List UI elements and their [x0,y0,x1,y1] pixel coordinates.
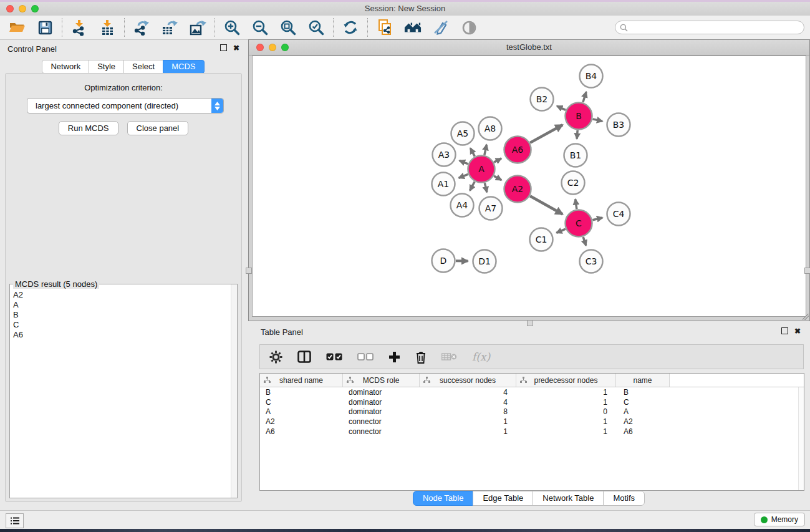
table-row[interactable]: Cdominator41C [260,397,804,407]
mcds-result-item[interactable]: A2 [10,289,231,299]
edge-C-C1[interactable] [556,229,566,233]
homes-icon[interactable] [404,19,422,36]
column-header-shared-name[interactable]: shared name [260,374,343,387]
float-table-panel-icon[interactable] [781,327,788,334]
column-header-name[interactable]: name [616,374,670,387]
edge-B-B1[interactable] [577,130,577,139]
edge-B-B3[interactable] [592,119,602,121]
node-label-B4: B4 [586,71,597,81]
edge-C-C4[interactable] [592,218,602,220]
select-all-icon[interactable] [326,353,342,361]
table-scrollbar[interactable] [798,387,804,490]
import-network-icon[interactable] [70,19,88,36]
panel-list-button[interactable] [6,513,24,528]
table-toolbar: f(x) [259,344,804,369]
search-box[interactable] [615,21,804,34]
run-mcds-button[interactable]: Run MCDS [59,121,118,135]
memory-status-icon [761,516,768,523]
table-cell: C [616,398,670,407]
mcds-result-item[interactable]: C [10,320,231,330]
close-panel-button[interactable]: Close panel [127,121,189,135]
clone-network-icon[interactable] [376,19,393,36]
save-session-icon[interactable] [36,19,54,36]
mcds-result-item[interactable]: A [10,299,231,309]
delete-table-icon[interactable] [441,352,457,361]
edge-A6-B[interactable] [530,125,562,143]
network-close-button[interactable] [256,44,264,51]
status-bar: Memory [0,510,810,529]
close-window-button[interactable] [6,5,14,12]
maximize-window-button[interactable] [31,5,39,12]
edge-A-A7[interactable] [485,183,487,192]
column-header-successor-nodes[interactable]: successor nodes [420,374,516,387]
close-table-panel-icon[interactable]: ✖ [794,328,801,334]
edge-A-A8[interactable] [485,145,487,155]
deselect-all-icon[interactable] [357,353,374,361]
edge-A-A1[interactable] [459,174,468,178]
column-header-mcds-role[interactable]: MCDS role [343,374,420,387]
network-minimize-button[interactable] [269,44,276,51]
zoom-fit-icon[interactable] [279,19,297,36]
table-row[interactable]: Bdominator41B [260,387,804,397]
column-header-predecessor-nodes[interactable]: predecessor nodes [516,374,616,387]
table-row[interactable]: Adominator80A [260,407,804,417]
table-row[interactable]: A6connector11A6 [260,427,804,437]
resize-grip[interactable] [803,314,809,320]
mcds-result-item[interactable]: A6 [10,330,231,340]
table-mode-gear-icon[interactable] [269,351,282,364]
function-builder-icon[interactable]: f(x) [472,351,490,363]
memory-button[interactable]: Memory [754,513,805,526]
minimize-window-button[interactable] [19,5,26,12]
edge-B-B2[interactable] [557,106,566,110]
zoom-out-icon[interactable] [251,19,269,36]
show-graphics-details-icon[interactable] [460,19,478,36]
resize-handle-left[interactable] [246,268,252,274]
show-columns-icon[interactable] [297,351,311,363]
tab-select[interactable]: Select [123,60,163,74]
export-image-icon[interactable] [189,19,206,36]
resize-handle-right[interactable] [804,268,810,274]
edge-A-A5[interactable] [470,148,475,156]
tab-motifs[interactable]: Motifs [603,491,645,506]
mcds-result-box: MCDS result (5 nodes) A2ABCA6 [9,284,238,498]
tab-network-table[interactable]: Network Table [533,491,604,506]
new-column-icon[interactable] [388,351,400,363]
export-table-icon[interactable] [161,19,178,36]
float-panel-icon[interactable] [220,44,227,51]
open-session-icon[interactable] [8,19,26,36]
network-maximize-button[interactable] [281,44,289,51]
edge-A-A4[interactable] [470,181,475,190]
edge-B-B4[interactable] [583,92,586,102]
tree-icon [423,377,430,384]
tree-icon [264,377,271,384]
zoom-selected-icon[interactable] [307,19,325,36]
edge-A-A6[interactable] [494,158,501,162]
optimization-criterion-dropdown[interactable]: largest connected component (directed) [27,98,224,114]
edge-A2-C[interactable] [530,196,562,214]
tab-network[interactable]: Network [42,60,89,74]
network-window-titlebar[interactable]: testGlobe.txt [249,40,809,56]
import-table-icon[interactable] [99,19,116,36]
network-canvas[interactable]: B4B2BB3A8A5A6A3B1AC2A1A2A4A7C4CC1C3DD1 [252,56,806,317]
tab-node-table[interactable]: Node Table [413,491,474,506]
refresh-view-icon[interactable] [342,19,359,36]
search-input[interactable] [630,22,799,32]
hide-annotations-icon[interactable] [432,19,450,36]
tab-edge-table[interactable]: Edge Table [473,491,533,506]
mcds-scrollbar[interactable] [231,284,237,498]
tab-mcds[interactable]: MCDS [163,60,204,74]
edge-C-C2[interactable] [576,199,577,209]
table-row[interactable]: A2connector11A2 [260,417,804,427]
mcds-result-list[interactable]: A2ABCA6 [10,289,231,498]
edge-A-A3[interactable] [460,160,468,163]
tree-icon [520,377,527,384]
delete-column-icon[interactable] [415,351,427,364]
zoom-in-icon[interactable] [223,19,241,36]
mcds-result-item[interactable]: B [10,309,231,319]
export-network-icon[interactable] [133,19,150,36]
edge-A-A2[interactable] [494,176,501,180]
close-panel-icon[interactable]: ✖ [233,45,239,51]
tab-style[interactable]: Style [89,60,124,74]
edge-C-C3[interactable] [583,237,586,246]
column-label: predecessor nodes [534,376,597,385]
